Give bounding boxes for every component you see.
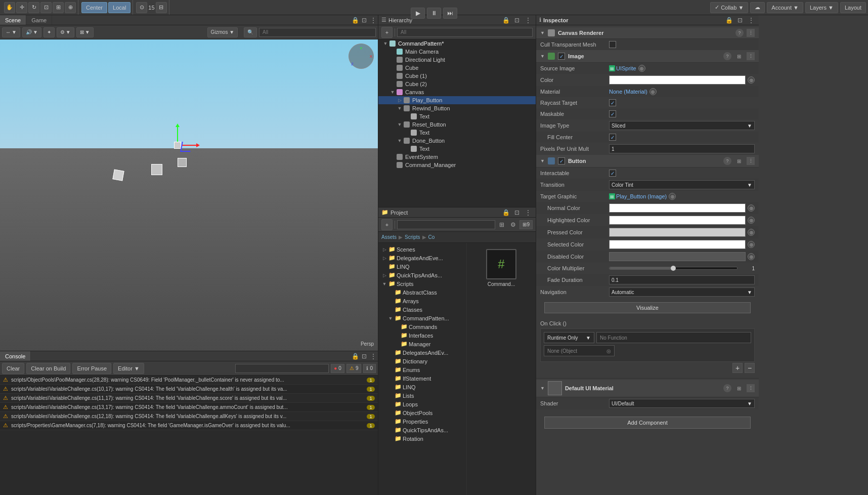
project-folder-rotation[interactable]: 📁 Rotation: [378, 434, 466, 443]
hierarchy-maximize-icon[interactable]: ⊡: [512, 16, 522, 25]
console-message[interactable]: ⚠ scripts/Variables\VariableChallenge.cs…: [0, 412, 378, 421]
hierarchy-lock-icon[interactable]: 🔒: [501, 16, 510, 25]
project-folder-properties[interactable]: 📁 Properties: [378, 417, 466, 426]
source-image-link[interactable]: ▤ UISprite: [609, 65, 636, 71]
navigation-dropdown[interactable]: Automatic ▼: [609, 287, 755, 297]
project-assets-view[interactable]: # Command...: [467, 243, 536, 495]
asset-item-command[interactable]: # Command...: [471, 247, 532, 289]
transition-dropdown[interactable]: Color Tint ▼: [609, 180, 755, 189]
hand-tool-btn[interactable]: ✋: [4, 2, 15, 13]
console-lock-icon[interactable]: 🔒: [351, 352, 360, 361]
console-message[interactable]: ⚠ scripts/Variables\VariableChallenge.cs…: [0, 394, 378, 403]
color-multiplier-slider[interactable]: 1: [609, 266, 755, 271]
hierarchy-item-text[interactable]: Text: [378, 112, 536, 120]
project-maximize-icon[interactable]: ⊡: [512, 208, 522, 217]
local-btn[interactable]: Local: [108, 2, 131, 13]
scene-maximize-icon[interactable]: ⊡: [360, 16, 369, 25]
project-folder-linq[interactable]: 📁 LINQ: [378, 262, 466, 271]
project-settings-btn[interactable]: ⚙: [508, 220, 517, 229]
project-folder-manager[interactable]: 📁 Manager: [378, 340, 466, 348]
inspector-maximize-icon[interactable]: ⊡: [735, 16, 745, 25]
project-folder-quicktipsandas---[interactable]: 📁 QuickTipsAndAs...: [378, 426, 466, 434]
path-scripts[interactable]: Scripts: [405, 234, 420, 240]
canvas-renderer-menu[interactable]: ⋮: [747, 29, 755, 37]
source-image-picker[interactable]: ◎: [638, 65, 645, 72]
project-folder-commandpatten---[interactable]: ▼ 📁 CommandPatten...: [378, 314, 466, 322]
project-folder-loops[interactable]: 📁 Loops: [378, 400, 466, 408]
raycast-checkbox[interactable]: [609, 99, 616, 106]
add-component-btn[interactable]: Add Component: [544, 417, 751, 429]
image-pin-icon[interactable]: ⊞: [734, 52, 744, 61]
image-type-dropdown[interactable]: Sliced ▼: [609, 121, 755, 130]
console-message[interactable]: ⚠ scripts/Variables\VariableChallenge.cs…: [0, 403, 378, 412]
default-mat-help[interactable]: ?: [723, 384, 731, 392]
hierarchy-item-cube[interactable]: Cube: [378, 64, 536, 72]
none-object-field[interactable]: None (Object ◎: [544, 345, 615, 356]
scale-tool-btn[interactable]: ⊡: [40, 2, 52, 13]
hierarchy-add-btn[interactable]: +: [381, 27, 393, 38]
console-message[interactable]: ⚠ scripts/Variables\VariableChallenge.cs…: [0, 385, 378, 394]
hierarchy-item-commandpattern*[interactable]: ▼ CommandPattern*: [378, 39, 536, 48]
pressed-color-picker[interactable]: ◎: [748, 229, 755, 236]
project-view-btn[interactable]: ⊞: [497, 220, 506, 229]
rotate-tool-btn[interactable]: ↻: [28, 2, 39, 13]
project-folder-delegateandeve---[interactable]: ▷ 📁 DelegateAndEve...: [378, 254, 466, 262]
hierarchy-item-done_button[interactable]: ▼ Done_Button: [378, 137, 536, 145]
ppu-input[interactable]: [609, 144, 755, 153]
default-material-header[interactable]: ▼ Default UI Material ? ⊞ ⋮: [536, 380, 759, 397]
scene-menu-icon[interactable]: ⋮: [369, 16, 378, 25]
interactable-checkbox[interactable]: [609, 170, 616, 177]
canvas-renderer-help[interactable]: ?: [735, 29, 744, 37]
image-menu[interactable]: ⋮: [747, 52, 755, 60]
normal-color-picker[interactable]: ◎: [748, 204, 755, 212]
project-folder-delegatesandev---[interactable]: 📁 DelegatesAndEv...: [378, 348, 466, 357]
hierarchy-item-text[interactable]: Text: [378, 145, 536, 153]
clear-btn[interactable]: Clear: [2, 363, 24, 374]
project-folder-commands[interactable]: 📁 Commands: [378, 322, 466, 331]
inspector-menu-icon[interactable]: ⋮: [747, 16, 756, 25]
search-icon-btn[interactable]: 🔍: [244, 27, 257, 37]
default-mat-menu[interactable]: ⋮: [747, 384, 755, 392]
canvas-renderer-header[interactable]: ▼ Canvas Renderer ? ⋮: [536, 27, 759, 39]
scene-view[interactable]: Y X Z Persp: [0, 39, 378, 351]
hierarchy-item-directional-light[interactable]: Directional Light: [378, 56, 536, 64]
account-btn[interactable]: Account ▼: [767, 2, 803, 13]
fx-btn[interactable]: ✦: [44, 27, 55, 37]
move-tool-btn[interactable]: ✛: [16, 2, 27, 13]
image-help[interactable]: ?: [723, 52, 731, 60]
hierarchy-item-reset_button[interactable]: ▼ Reset_Button: [378, 120, 536, 129]
normal-color-swatch[interactable]: [609, 203, 746, 213]
project-search-input[interactable]: [397, 220, 495, 229]
hierarchy-item-canvas[interactable]: ▼ Canvas: [378, 88, 536, 96]
project-folder-classes[interactable]: 📁 Classes: [378, 305, 466, 314]
button-section-header[interactable]: ▼ Button ? ⊞ ⋮: [536, 155, 759, 168]
project-folder-quicktipsandas---[interactable]: ▷ 📁 QuickTipsAndAs...: [378, 271, 466, 279]
center-btn[interactable]: Center: [81, 2, 107, 13]
material-picker[interactable]: ◎: [649, 88, 657, 95]
clear-on-build-btn[interactable]: Clear on Build: [26, 363, 70, 374]
hierarchy-item-rewind_button[interactable]: ▼ Rewind_Button: [378, 104, 536, 112]
console-menu-icon[interactable]: ⋮: [369, 352, 378, 361]
project-folder-arrays[interactable]: 📁 Arrays: [378, 297, 466, 305]
visualize-btn[interactable]: Visualize: [544, 302, 751, 313]
hierarchy-item-eventsystem[interactable]: EventSystem: [378, 153, 536, 161]
project-folder-dictionary[interactable]: 📁 Dictionary: [378, 357, 466, 365]
hierarchy-item-cube-(1)[interactable]: Cube (1): [378, 72, 536, 80]
hierarchy-item-command_manager[interactable]: Command_Manager: [378, 161, 536, 169]
pressed-color-swatch[interactable]: [609, 228, 746, 237]
console-tab[interactable]: Console: [0, 351, 31, 361]
hierarchy-search-input[interactable]: [397, 28, 533, 37]
maskable-checkbox[interactable]: [609, 110, 616, 117]
disabled-color-swatch[interactable]: [609, 252, 746, 261]
console-maximize-icon[interactable]: ⊡: [360, 352, 369, 361]
selected-color-swatch[interactable]: [609, 240, 746, 249]
hierarchy-item-text[interactable]: Text: [378, 129, 536, 137]
play-btn[interactable]: ▶: [411, 8, 425, 19]
console-message[interactable]: ⚠ scripts/ObjectPools\PoolManager.cs(28,…: [0, 376, 378, 385]
highlighted-color-swatch[interactable]: [609, 216, 746, 225]
project-folder-interfaces[interactable]: 📁 Interfaces: [378, 331, 466, 340]
project-folder-lists[interactable]: 📁 Lists: [378, 391, 466, 400]
selected-color-picker[interactable]: ◎: [748, 241, 755, 248]
onclick-add-btn[interactable]: +: [732, 363, 743, 373]
pause-btn[interactable]: ⏸: [427, 8, 441, 19]
